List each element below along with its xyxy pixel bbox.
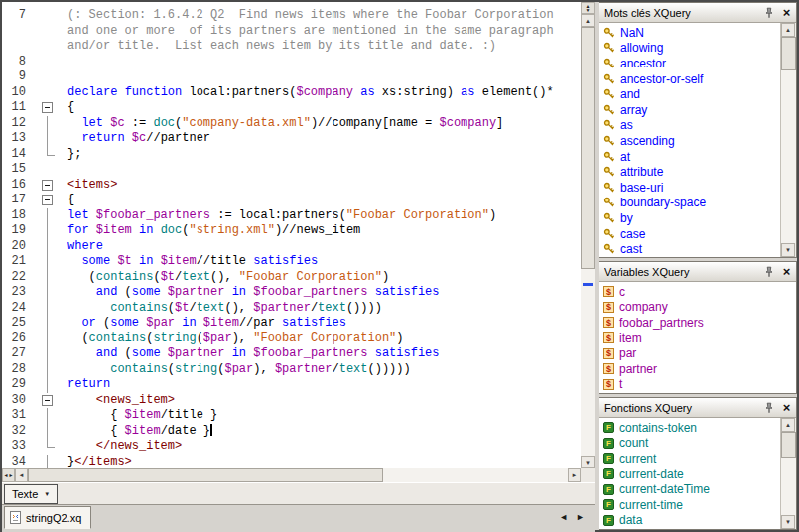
code-line[interactable]: 25 or (some $par in $item//par satisfies	[2, 316, 581, 332]
tab-scroll-left-icon[interactable]: ◄	[559, 512, 568, 522]
code-line[interactable]: 8	[2, 55, 581, 70]
fold-margin	[26, 301, 62, 317]
list-item[interactable]: ancestor	[599, 56, 780, 71]
list-item[interactable]: ancestor-or-self	[599, 71, 780, 87]
code-line[interactable]: and one or more of its partners are ment…	[2, 24, 581, 40]
code-line[interactable]: 28 contains(string($par), $partner/text(…	[2, 362, 581, 378]
scroll-up-icon[interactable]: ▲	[781, 23, 795, 37]
code-line[interactable]: 16<items>	[2, 178, 581, 194]
list-item[interactable]: t	[599, 377, 796, 393]
list-item[interactable]: par	[599, 345, 796, 361]
list-item[interactable]: allowing	[599, 41, 780, 57]
horizontal-scroll-thumb[interactable]	[28, 468, 383, 482]
code-editor[interactable]: 7(: Section: 1.6.4.2 Q2 Find news items …	[2, 2, 581, 468]
list-item[interactable]: array	[599, 102, 780, 118]
code-line[interactable]: 7(: Section: 1.6.4.2 Q2 Find news items …	[2, 8, 581, 24]
scroll-down-icon[interactable]: ▼	[781, 515, 795, 529]
list-item[interactable]: NaN	[599, 25, 780, 41]
list-item[interactable]: cast	[599, 241, 780, 257]
code-line[interactable]: 18let $foobar_partners := local:partners…	[2, 208, 581, 224]
list-item[interactable]: at	[599, 149, 780, 165]
scroll-up-icon[interactable]: ▲	[581, 14, 595, 27]
code-line[interactable]: 32 { $item/date }	[2, 424, 581, 440]
code-line[interactable]: 31 { $item/title }	[2, 408, 581, 424]
fold-toggle-icon[interactable]	[26, 178, 62, 194]
code-line[interactable]: 10declare function local:partners($compa…	[2, 85, 581, 101]
list-item[interactable]: data	[599, 513, 780, 529]
dropdown-arrow-icon: ▼	[44, 491, 50, 497]
hsplit-handle-icon[interactable]: ◄►	[2, 468, 15, 482]
code-line[interactable]: 20where	[2, 239, 581, 255]
horizontal-scroll-track[interactable]	[28, 468, 568, 482]
view-mode-button[interactable]: Texte ▼	[4, 484, 58, 504]
pin-icon[interactable]	[761, 400, 776, 415]
code-line[interactable]: 12 let $c := doc("company-data.xml")//co…	[2, 116, 581, 132]
fold-toggle-icon[interactable]	[26, 100, 62, 116]
code-line[interactable]: 26 (contains(string($par), "Foobar Corpo…	[2, 332, 581, 347]
code-line[interactable]: 17{	[2, 193, 581, 208]
scroll-left-icon[interactable]: ◄	[15, 468, 28, 482]
horizontal-scrollbar[interactable]: ◄► ◄ ►	[2, 468, 595, 482]
close-icon[interactable]: ×	[779, 5, 794, 20]
code-line[interactable]: 29return	[2, 377, 581, 393]
code-line[interactable]: 27 and (some $partner in $foobar_partner…	[2, 346, 581, 362]
code-line[interactable]: 34}</items>	[2, 455, 581, 469]
tab-scroll-right-icon[interactable]: ►	[576, 512, 585, 522]
fold-toggle-icon[interactable]	[26, 193, 62, 208]
list-item[interactable]: current	[599, 451, 780, 466]
code-line[interactable]: 23 and (some $partner in $foobar_partner…	[2, 285, 581, 301]
code-line[interactable]: 21 some $t in $item//title satisfies	[2, 254, 581, 270]
list-item[interactable]: company	[599, 300, 796, 316]
panel-scrollbar[interactable]: ▲ ▼	[780, 23, 796, 257]
split-handle-icon[interactable]: ▲▼	[581, 2, 595, 14]
code-line[interactable]: 9	[2, 69, 581, 85]
list-item[interactable]: contains-token	[599, 420, 780, 436]
list-item[interactable]: case	[599, 226, 780, 242]
list-item[interactable]: attribute	[599, 164, 780, 180]
close-icon[interactable]: ×	[779, 264, 794, 279]
code-line[interactable]: 11{	[2, 100, 581, 116]
list-item[interactable]: partner	[599, 361, 796, 377]
list-item[interactable]: current-date	[599, 466, 780, 482]
panel-scroll-track[interactable]	[781, 37, 796, 243]
scroll-right-icon[interactable]: ►	[568, 468, 581, 482]
code-line[interactable]: 14};	[2, 147, 581, 163]
code-line[interactable]: 33 </news_item>	[2, 439, 581, 455]
code-line[interactable]: 13 return $c//partner	[2, 131, 581, 147]
list-item[interactable]: base-uri	[599, 180, 780, 196]
close-icon[interactable]: ×	[779, 400, 794, 415]
list-item[interactable]: boundary-space	[599, 196, 780, 211]
panel-scrollbar[interactable]: ▲ ▼	[780, 418, 796, 529]
vertical-scrollbar[interactable]: ▲▼ ▲ ▼	[581, 2, 595, 468]
pin-icon[interactable]	[761, 264, 776, 279]
fold-toggle-icon[interactable]	[26, 393, 62, 409]
code-line[interactable]: 22 (contains($t/text(), "Foobar Corporat…	[2, 270, 581, 286]
list-item[interactable]: foobar_partners	[599, 315, 796, 331]
panel-scroll-track[interactable]	[781, 432, 796, 515]
panel-scroll-thumb[interactable]	[781, 432, 796, 458]
code-line[interactable]: 24 contains($t/text(), $partner/text()))…	[2, 301, 581, 317]
panel-scroll-thumb[interactable]	[781, 37, 796, 70]
file-tab[interactable]: stringQ2.xq	[4, 506, 91, 529]
list-item[interactable]: and	[599, 86, 780, 102]
list-item[interactable]: by	[599, 210, 780, 226]
scroll-down-icon[interactable]: ▼	[781, 243, 795, 257]
list-item[interactable]: c	[599, 284, 796, 300]
code-line[interactable]: and/or title. List each news item by its…	[2, 39, 581, 55]
list-item[interactable]: current-dateTime	[599, 481, 780, 497]
list-item[interactable]: item	[599, 331, 796, 346]
list-item[interactable]: count	[599, 436, 780, 452]
fold-margin	[26, 346, 62, 362]
scroll-up-icon[interactable]: ▲	[781, 418, 795, 432]
code-line[interactable]: 15	[2, 162, 581, 178]
list-item[interactable]: as	[599, 118, 780, 134]
pin-icon[interactable]	[761, 5, 776, 20]
vertical-scroll-track[interactable]	[581, 27, 595, 456]
scroll-down-icon[interactable]: ▼	[581, 456, 595, 468]
list-item[interactable]: current-time	[599, 497, 780, 513]
list-item[interactable]: ascending	[599, 133, 780, 149]
code-line[interactable]: 30 <news_item>	[2, 393, 581, 409]
function-icon	[603, 499, 614, 510]
code-line[interactable]: 19for $item in doc("string.xml")//news_i…	[2, 223, 581, 239]
vertical-scroll-thumb[interactable]	[581, 27, 595, 269]
